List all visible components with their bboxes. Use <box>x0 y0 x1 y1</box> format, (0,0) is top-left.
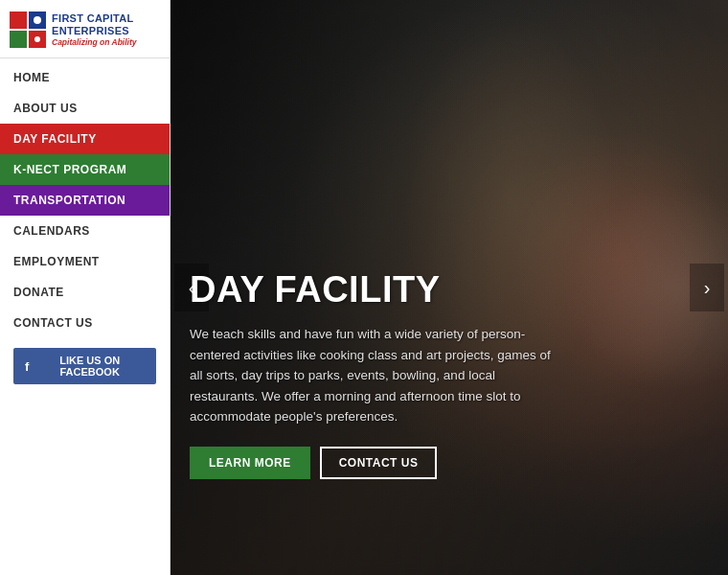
logo-area: FIRST CAPITAL ENTERPRISES Capitalizing o… <box>0 0 170 58</box>
facebook-label: LIKE US ON FACEBOOK <box>34 355 145 378</box>
logo-text: FIRST CAPITAL ENTERPRISES Capitalizing o… <box>52 12 136 47</box>
sidebar-nav: HOME ABOUT US DAY FACILITY K-NECT PROGRA… <box>0 58 170 338</box>
sidebar-item-k-nect-program[interactable]: K-NECT PROGRAM <box>0 154 170 185</box>
sidebar-item-calendars[interactable]: CALENDARS <box>0 216 170 246</box>
hero-buttons: LEARN MORE CONTACT US <box>190 447 671 479</box>
facebook-icon: f <box>25 359 29 374</box>
sidebar-item-contact-us[interactable]: CONTACT US <box>0 308 170 338</box>
sidebar-item-home[interactable]: HOME <box>0 62 170 93</box>
facebook-button[interactable]: f LIKE US ON FACEBOOK <box>13 348 156 384</box>
learn-more-button[interactable]: LEARN MORE <box>190 447 310 479</box>
hero-section: ‹ › DAY FACILITY We teach skills and hav… <box>171 0 728 575</box>
sidebar-item-day-facility[interactable]: DAY FACILITY <box>0 124 170 154</box>
logo-title-line2: ENTERPRISES <box>52 25 136 37</box>
sidebar-item-employment[interactable]: EMPLOYMENT <box>0 246 170 277</box>
logo-icon <box>10 12 46 48</box>
sidebar-item-about-us[interactable]: ABOUT US <box>0 93 170 124</box>
sidebar: FIRST CAPITAL ENTERPRISES Capitalizing o… <box>0 0 171 575</box>
logo-subtitle: Capitalizing on Ability <box>52 37 136 47</box>
carousel-next-button[interactable]: › <box>690 264 724 311</box>
hero-content: DAY FACILITY We teach skills and have fu… <box>190 269 671 479</box>
logo-title-line1: FIRST CAPITAL <box>52 12 136 25</box>
contact-us-button[interactable]: CONTACT US <box>320 447 438 479</box>
hero-description: We teach skills and have fun with a wide… <box>190 324 554 427</box>
sidebar-item-transportation[interactable]: TRANSPORTATION <box>0 185 170 216</box>
hero-title: DAY FACILITY <box>190 269 671 310</box>
sidebar-item-donate[interactable]: DONATE <box>0 277 170 308</box>
